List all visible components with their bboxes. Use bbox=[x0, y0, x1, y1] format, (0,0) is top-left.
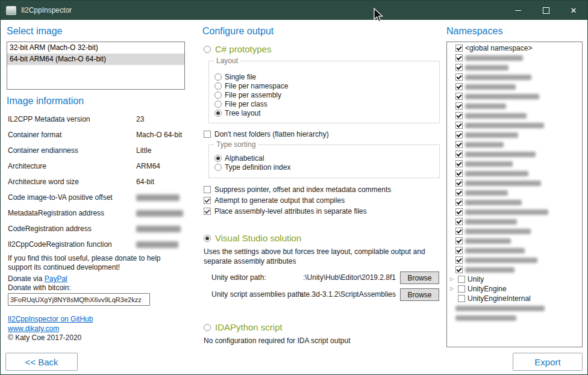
namespace-checkbox[interactable] bbox=[455, 45, 463, 52]
namespace-checkbox[interactable] bbox=[455, 131, 463, 138]
namespace-item-redacted[interactable] bbox=[447, 236, 582, 246]
radio-file-per-assembly[interactable]: File per assembly bbox=[214, 90, 288, 99]
github-link[interactable]: Il2CppInspector on GitHub bbox=[8, 315, 93, 323]
namespace-item-global[interactable]: <global namespace> bbox=[447, 43, 582, 53]
namespace-item-unityengineinternal[interactable]: UnityEngineInternal bbox=[447, 294, 582, 303]
namespace-checkbox[interactable] bbox=[455, 64, 463, 71]
checkbox-flatten-hierarchy[interactable]: Don't nest folders (flatten hierarchy) bbox=[204, 130, 329, 138]
namespace-checkbox[interactable] bbox=[455, 73, 463, 81]
radio-type-definition-index[interactable]: Type definition index bbox=[214, 163, 290, 172]
namespace-item-redacted[interactable] bbox=[447, 72, 582, 82]
namespace-item-redacted[interactable] bbox=[447, 197, 582, 207]
namespace-item-redacted[interactable] bbox=[447, 265, 582, 274]
namespace-item-redacted[interactable] bbox=[447, 217, 582, 226]
radio-file-per-namespace[interactable]: File per namespace bbox=[214, 81, 288, 90]
namespace-item-redacted[interactable] bbox=[447, 188, 582, 197]
checkbox-separate-attributes[interactable]: Place assembly-level attributes in separ… bbox=[204, 207, 367, 215]
namespace-item-redacted[interactable] bbox=[447, 53, 582, 63]
radio-single-file[interactable]: Single file bbox=[214, 72, 288, 81]
namespace-item-redacted[interactable] bbox=[447, 120, 582, 130]
bitcoin-address-input[interactable] bbox=[8, 293, 150, 306]
maximize-button[interactable] bbox=[532, 1, 560, 20]
maximize-icon bbox=[543, 7, 549, 14]
namespace-checkbox[interactable] bbox=[455, 189, 463, 196]
type-sorting-legend: Type sorting bbox=[214, 140, 258, 149]
titlebar-buttons: ✕ bbox=[504, 1, 587, 20]
namespace-checkbox[interactable] bbox=[455, 256, 463, 264]
namespace-checkbox[interactable] bbox=[458, 285, 465, 293]
namespace-item-redacted[interactable] bbox=[447, 303, 582, 313]
namespace-item-redacted[interactable] bbox=[447, 246, 582, 255]
unity-editor-path-value[interactable]: :\Unity\Hub\Editor\2019.2.8f1 bbox=[303, 273, 396, 282]
radio-alphabetical[interactable]: Alphabetical bbox=[214, 153, 290, 163]
namespace-item-redacted[interactable] bbox=[447, 63, 582, 72]
image-list[interactable]: 32-bit ARM (Mach-O 32-bit) 64-bit ARM64 … bbox=[7, 42, 185, 90]
namespace-item-redacted[interactable] bbox=[447, 82, 582, 91]
namespace-item-redacted[interactable] bbox=[447, 101, 582, 111]
back-button[interactable]: << Back bbox=[5, 353, 78, 371]
vs-description: Uses the settings above but forces tree … bbox=[204, 247, 440, 266]
minimize-button[interactable] bbox=[504, 1, 532, 20]
option-label: Alphabetical bbox=[225, 154, 264, 163]
namespace-checkbox[interactable] bbox=[455, 237, 463, 244]
namespace-checkbox[interactable] bbox=[455, 218, 463, 225]
namespace-checkbox[interactable] bbox=[455, 170, 463, 177]
namespace-checkbox[interactable] bbox=[455, 199, 463, 206]
checkbox-compilable-output[interactable]: Attempt to generate output that compiles bbox=[204, 196, 345, 205]
option-csharp-prototypes[interactable]: C# prototypes bbox=[204, 44, 271, 54]
namespace-checkbox[interactable] bbox=[455, 160, 463, 167]
namespace-item-redacted[interactable] bbox=[447, 313, 582, 323]
redacted-namespace-text bbox=[465, 209, 548, 215]
namespace-checkbox[interactable] bbox=[455, 54, 463, 61]
donate-bitcoin-label: Donate with bitcoin: bbox=[8, 284, 71, 293]
redacted-namespace-text bbox=[465, 152, 536, 157]
expander-icon[interactable] bbox=[448, 274, 455, 284]
option-label: Place assembly-level attributes in separ… bbox=[214, 207, 367, 215]
namespace-checkbox[interactable] bbox=[455, 141, 463, 148]
paypal-link[interactable]: PayPal bbox=[45, 274, 67, 283]
export-button[interactable]: Export bbox=[513, 353, 583, 371]
namespace-checkbox[interactable] bbox=[455, 179, 463, 187]
namespace-item-unityengine[interactable]: UnityEngine bbox=[447, 284, 582, 294]
namespace-checkbox[interactable] bbox=[458, 295, 465, 302]
website-link[interactable]: www.djkaty.com bbox=[8, 324, 59, 333]
namespace-checkbox[interactable] bbox=[455, 122, 463, 129]
app-icon[interactable] bbox=[6, 6, 16, 15]
namespace-item-redacted[interactable] bbox=[447, 130, 582, 140]
namespace-checkbox[interactable] bbox=[455, 228, 463, 235]
namespace-item-redacted[interactable] bbox=[447, 140, 582, 149]
namespace-item-unity[interactable]: Unity bbox=[447, 274, 582, 284]
namespace-item-redacted[interactable] bbox=[447, 111, 582, 120]
namespace-checkbox[interactable] bbox=[455, 150, 463, 158]
checkbox-icon bbox=[204, 131, 211, 138]
namespace-item-redacted[interactable] bbox=[447, 169, 582, 178]
namespace-checkbox[interactable] bbox=[455, 112, 463, 119]
image-list-item-selected[interactable]: 64-bit ARM64 (Mach-O 64-bit) bbox=[7, 54, 184, 65]
namespace-checkbox[interactable] bbox=[455, 247, 463, 254]
namespace-item-redacted[interactable] bbox=[447, 255, 582, 265]
expander-icon[interactable] bbox=[448, 284, 455, 294]
browse-assemblies-path-button[interactable]: Browse bbox=[400, 288, 439, 301]
namespace-checkbox[interactable] bbox=[455, 266, 463, 273]
option-idapython-script[interactable]: IDAPython script bbox=[204, 322, 283, 332]
namespace-checkbox[interactable] bbox=[455, 102, 463, 110]
namespace-checkbox[interactable] bbox=[455, 208, 463, 215]
namespace-item-redacted[interactable] bbox=[447, 226, 582, 236]
namespace-item-redacted[interactable] bbox=[447, 178, 582, 188]
namespace-item-redacted[interactable] bbox=[447, 149, 582, 159]
radio-file-per-class[interactable]: File per class bbox=[214, 99, 288, 108]
checkbox-suppress-comments[interactable]: Suppress pointer, offset and index metad… bbox=[204, 185, 391, 194]
radio-tree-layout[interactable]: Tree layout bbox=[214, 108, 288, 117]
namespace-checkbox[interactable] bbox=[458, 276, 465, 283]
browse-editor-path-button[interactable]: Browse bbox=[400, 271, 439, 284]
namespace-item-redacted[interactable] bbox=[447, 207, 582, 217]
option-visual-studio-solution[interactable]: Visual Studio solution bbox=[204, 233, 301, 243]
close-button[interactable]: ✕ bbox=[560, 1, 587, 20]
namespace-item-redacted[interactable] bbox=[447, 159, 582, 169]
namespace-item-redacted[interactable] bbox=[447, 91, 582, 101]
namespace-list[interactable]: <global namespace> Unity UnityEngine Uni… bbox=[446, 42, 583, 347]
namespace-checkbox[interactable] bbox=[455, 83, 463, 90]
unity-assemblies-path-value[interactable]: ate.3d-3.1.2\ScriptAssemblies bbox=[300, 290, 396, 299]
namespace-checkbox[interactable] bbox=[455, 93, 463, 100]
image-list-item[interactable]: 32-bit ARM (Mach-O 32-bit) bbox=[7, 42, 184, 54]
